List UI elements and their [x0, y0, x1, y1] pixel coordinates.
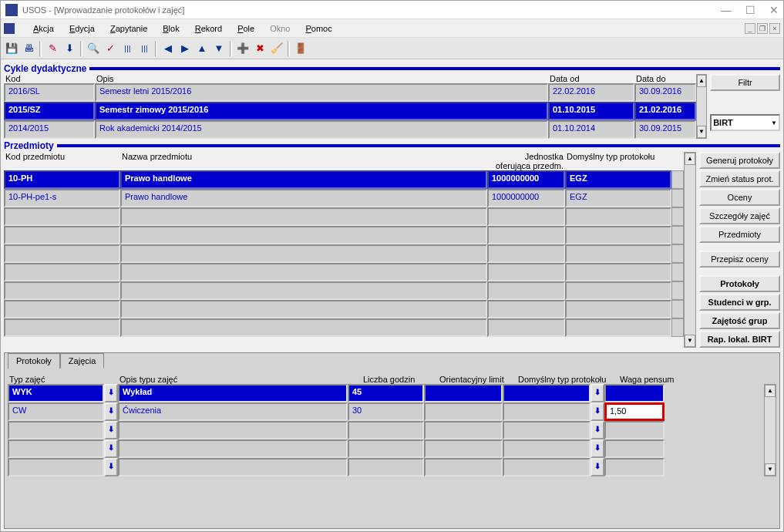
subject-jednostka[interactable]: 1000000000 — [487, 170, 565, 189]
typ-zajec[interactable] — [8, 421, 104, 439]
nav-next-icon[interactable]: ▶ — [177, 41, 193, 56]
subject-row[interactable]: 10-PH-pe1-sPrawo handlowe1000000000EGZ — [4, 189, 684, 207]
subject-row[interactable] — [4, 226, 684, 244]
subject-row[interactable] — [4, 244, 684, 263]
arrow-down-icon[interactable]: ⬇ — [62, 41, 77, 56]
cycle-kod[interactable]: 2015/SZ — [4, 102, 95, 120]
dropdown-icon[interactable]: ⬇ — [591, 421, 604, 439]
subject-nazwa[interactable] — [120, 318, 487, 337]
cycle-data-od[interactable]: 01.10.2014 — [548, 120, 634, 139]
opis-typu[interactable] — [118, 439, 348, 458]
subject-jednostka[interactable] — [487, 207, 565, 226]
subject-kod[interactable] — [4, 318, 120, 337]
typ-zajec[interactable]: CW — [8, 402, 104, 421]
close-icon[interactable]: ✕ — [769, 4, 779, 16]
maximize-icon[interactable]: ☐ — [745, 4, 755, 16]
cycle-opis[interactable]: Rok akademicki 2014/2015 — [95, 120, 548, 139]
subject-kod[interactable] — [4, 300, 120, 318]
cycle-opis[interactable]: Semestr letni 2015/2016 — [95, 83, 548, 102]
subject-nazwa[interactable] — [120, 244, 487, 263]
menu-zapytanie[interactable]: Zapytanie — [110, 24, 147, 33]
exit-icon[interactable]: 🚪 — [293, 41, 308, 56]
bars1-icon[interactable]: ⫼ — [119, 41, 135, 56]
subject-kod[interactable]: 10-PH-pe1-s — [4, 189, 120, 207]
subject-row[interactable] — [4, 281, 684, 300]
cycle-kod[interactable]: 2016/SL — [4, 83, 95, 102]
cycle-data-do[interactable]: 21.02.2016 — [634, 102, 696, 120]
subject-scrollbar[interactable]: ▲ ▼ — [684, 152, 696, 348]
subject-jednostka[interactable] — [487, 226, 565, 244]
subject-row[interactable] — [4, 318, 684, 337]
minimize-icon[interactable]: — — [721, 4, 732, 16]
menu-pomoc[interactable]: Pomoc — [305, 24, 331, 33]
cycle-row[interactable]: 2016/SLSemestr letni 2015/201622.02.2016… — [4, 83, 696, 102]
waga-pensum[interactable] — [604, 421, 665, 439]
subject-row[interactable] — [4, 263, 684, 281]
opis-typu[interactable] — [118, 421, 348, 439]
cycle-kod[interactable]: 2014/2015 — [4, 120, 95, 139]
cycle-data-do[interactable]: 30.09.2016 — [634, 83, 696, 102]
typ-row[interactable]: CW⬇Ćwiczenia30⬇1,50 — [8, 402, 764, 421]
subject-checkbox[interactable] — [671, 318, 684, 337]
dropdown-icon[interactable]: ⬇ — [591, 439, 604, 458]
liczba-godzin[interactable] — [348, 421, 424, 439]
studenci-w-grp-button[interactable]: Studenci w grp. — [699, 294, 780, 311]
subject-nazwa[interactable]: Prawo handlowe — [120, 170, 487, 189]
tab-zajecia[interactable]: Zajęcia — [60, 353, 104, 369]
scroll-down-icon[interactable]: ▼ — [685, 335, 695, 347]
orientacyjny-limit[interactable] — [424, 421, 503, 439]
query-search-icon[interactable]: 🔍 — [86, 41, 101, 56]
scroll-down-icon[interactable]: ▼ — [697, 126, 706, 138]
orientacyjny-limit[interactable] — [424, 402, 503, 421]
liczba-godzin[interactable]: 30 — [348, 402, 424, 421]
orientacyjny-limit[interactable] — [424, 458, 503, 476]
subject-row[interactable]: 10-PHPrawo handlowe1000000000EGZ — [4, 170, 684, 189]
subject-nazwa[interactable] — [120, 300, 487, 318]
waga-pensum[interactable] — [604, 439, 665, 458]
protokoly-button[interactable]: Protokoły — [699, 275, 780, 292]
scroll-up-icon[interactable]: ▲ — [685, 153, 695, 165]
domyslny-typ-protokolu[interactable] — [503, 421, 591, 439]
dropdown-icon[interactable]: ⬇ — [591, 384, 604, 402]
subject-typ[interactable] — [565, 244, 671, 263]
edit-pencil-icon[interactable]: ✎ — [45, 41, 60, 56]
scroll-up-icon[interactable]: ▲ — [765, 385, 776, 397]
typ-row[interactable]: ⬇⬇ — [8, 458, 764, 476]
domyslny-typ-protokolu[interactable] — [503, 402, 591, 421]
opis-typu[interactable]: Ćwiczenia — [118, 402, 348, 421]
menu-edycja[interactable]: Edycja — [69, 24, 95, 33]
dropdown-icon[interactable]: ⬇ — [104, 421, 118, 439]
subject-typ[interactable] — [565, 207, 671, 226]
subject-checkbox[interactable] — [671, 300, 684, 318]
dropdown-icon[interactable]: ⬇ — [104, 384, 118, 402]
orientacyjny-limit[interactable] — [424, 384, 503, 402]
nav-prev-icon[interactable]: ◀ — [160, 41, 176, 56]
subject-kod[interactable] — [4, 207, 120, 226]
dropdown-icon[interactable]: ⬇ — [104, 402, 118, 421]
nav-down-icon[interactable]: ▼ — [211, 41, 227, 56]
record-clear-icon[interactable]: 🧹 — [269, 41, 284, 56]
zajetosc-grup-button[interactable]: Zajętość grup — [699, 312, 780, 329]
subject-nazwa[interactable] — [120, 263, 487, 281]
subject-typ[interactable] — [565, 263, 671, 281]
subject-jednostka[interactable] — [487, 244, 565, 263]
cycle-data-od[interactable]: 22.02.2016 — [548, 83, 634, 102]
domyslny-typ-protokolu[interactable] — [503, 439, 591, 458]
subject-checkbox[interactable] — [671, 263, 684, 281]
report-type-select[interactable]: BIRT ▼ — [710, 114, 780, 131]
print-icon[interactable]: 🖶 — [21, 41, 36, 56]
subject-kod[interactable] — [4, 226, 120, 244]
scroll-up-icon[interactable]: ▲ — [697, 75, 706, 87]
mdi-close-icon[interactable]: × — [769, 23, 780, 34]
typ-scrollbar[interactable]: ▲ ▼ — [764, 384, 776, 476]
menu-rekord[interactable]: Rekord — [195, 24, 222, 33]
cycle-opis[interactable]: Semestr zimowy 2015/2016 — [95, 102, 548, 120]
subject-kod[interactable] — [4, 244, 120, 263]
szczegoly-zajec-button[interactable]: Szczegóły zajęć — [699, 207, 780, 224]
typ-row[interactable]: ⬇⬇ — [8, 439, 764, 458]
subject-typ[interactable] — [565, 226, 671, 244]
przedmioty-button[interactable]: Przedmioty — [699, 226, 780, 243]
cycle-row[interactable]: 2015/SZSemestr zimowy 2015/201601.10.201… — [4, 102, 696, 120]
subject-nazwa[interactable]: Prawo handlowe — [120, 189, 487, 207]
subject-checkbox[interactable] — [671, 281, 684, 300]
